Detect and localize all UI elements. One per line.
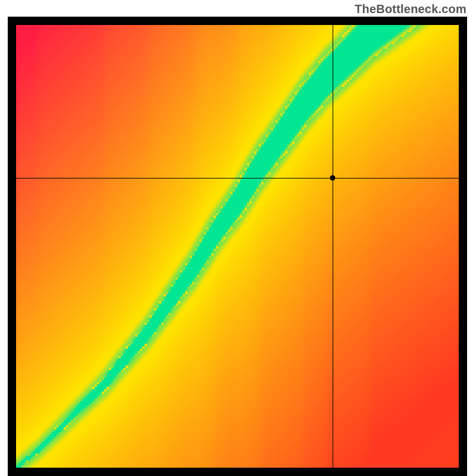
crosshair-vertical: [333, 25, 333, 468]
heatmap-canvas: [16, 25, 459, 468]
chart-container: TheBottleneck.com: [0, 0, 476, 476]
heatmap-plot: [16, 25, 459, 468]
marker-dot: [330, 175, 335, 180]
watermark-label: TheBottleneck.com: [355, 2, 466, 16]
crosshair-horizontal: [16, 178, 459, 178]
chart-frame: [8, 17, 467, 476]
